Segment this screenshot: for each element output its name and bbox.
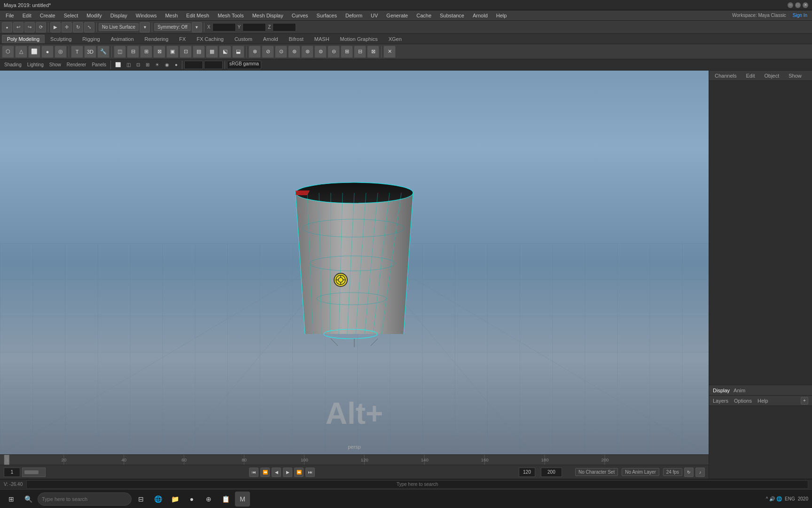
live-surface-chevron[interactable]: ▾: [140, 22, 150, 32]
shelf-poly10[interactable]: ⬓: [232, 46, 244, 58]
live-surface-dropdown[interactable]: No Live Surface: [99, 23, 139, 31]
vp-icon-7[interactable]: ●: [172, 62, 180, 68]
shelf-cube[interactable]: ⬡: [2, 46, 14, 58]
shelf-poly4[interactable]: ⊠: [153, 46, 165, 58]
go-to-end-button[interactable]: ⏭: [305, 468, 315, 477]
tab-sculpting[interactable]: Sculpting: [45, 35, 77, 43]
layer-add-button[interactable]: +: [801, 397, 808, 405]
tool-btn-3[interactable]: ↪: [24, 22, 35, 32]
menu-cache[interactable]: Cache: [413, 12, 435, 19]
frame-range-slider[interactable]: [22, 468, 46, 477]
tab-motion-graphics[interactable]: Motion Graphics: [335, 35, 383, 43]
tab-mash[interactable]: MASH: [309, 35, 335, 43]
audio-button[interactable]: ♪: [695, 468, 705, 477]
shelf-edit1[interactable]: ⊗: [249, 46, 261, 58]
vp-show[interactable]: Show: [47, 62, 63, 68]
symmetry-dropdown[interactable]: Symmetry: Off: [154, 23, 191, 31]
y-input[interactable]: [242, 23, 266, 32]
menu-modify[interactable]: Modify: [83, 12, 105, 19]
layers-item[interactable]: Layers: [713, 398, 728, 404]
shelf-text[interactable]: T: [71, 46, 83, 58]
vp-shading[interactable]: Shading: [2, 62, 24, 68]
tab-fx-caching[interactable]: FX Caching: [191, 35, 228, 43]
tab-xgen[interactable]: XGen: [383, 35, 407, 43]
shelf-poly5[interactable]: ▣: [166, 46, 179, 58]
shelf-tool1[interactable]: 🔧: [97, 46, 109, 58]
vp-icon-4[interactable]: ⊞: [143, 62, 152, 68]
vp-value2[interactable]: [204, 61, 223, 69]
tool-btn-2[interactable]: ↩: [13, 22, 23, 32]
shelf-poly2[interactable]: ⊟: [127, 46, 139, 58]
menu-file[interactable]: File: [2, 12, 18, 19]
menu-arnold[interactable]: Arnold: [469, 12, 492, 19]
tab-rendering[interactable]: Rendering: [140, 35, 174, 43]
tab-fx[interactable]: FX: [174, 35, 191, 43]
vp-icon-3[interactable]: ⊡: [134, 62, 142, 68]
shelf-edit10[interactable]: ⊠: [367, 46, 379, 58]
colorspace-dropdown[interactable]: sRGB gamma: [227, 61, 261, 69]
object-tab[interactable]: Object: [762, 72, 781, 79]
media-button[interactable]: ⊕: [201, 492, 216, 507]
tool-rotate[interactable]: ↻: [73, 22, 83, 32]
shelf-3d[interactable]: 3D: [84, 46, 96, 58]
viewport-main[interactable]: Alt+ persp: [0, 71, 709, 454]
shelf-edit3[interactable]: ⊙: [275, 46, 287, 58]
tool-btn-4[interactable]: ⟳: [36, 22, 46, 32]
vp-icon-6[interactable]: ◉: [163, 62, 172, 68]
shelf-edit7[interactable]: ⊝: [328, 46, 340, 58]
timeline[interactable]: 1 20 40 60 80 100 120 140: [0, 454, 709, 465]
options-item[interactable]: Options: [734, 398, 752, 404]
shelf-cylinder[interactable]: ⬜: [28, 46, 40, 58]
shelf-poly3[interactable]: ⊞: [140, 46, 152, 58]
show-tab[interactable]: Show: [787, 72, 804, 79]
tool-btn-1[interactable]: ⬥: [2, 22, 12, 32]
vp-icon-2[interactable]: ◫: [124, 62, 133, 68]
shelf-poly9[interactable]: ⬕: [219, 46, 231, 58]
loop-button[interactable]: ↻: [684, 468, 694, 477]
vp-lighting[interactable]: Lighting: [25, 62, 46, 68]
notepad-button[interactable]: 📋: [218, 492, 233, 507]
z-input[interactable]: [273, 23, 296, 32]
shelf-cone[interactable]: △: [15, 46, 27, 58]
menu-mesh[interactable]: Mesh: [161, 12, 181, 19]
symmetry-chevron[interactable]: ▾: [192, 22, 202, 32]
tab-animation[interactable]: Animation: [106, 35, 139, 43]
menu-help[interactable]: Help: [492, 12, 511, 19]
end-frame-input[interactable]: [519, 468, 535, 477]
start-button[interactable]: ⊞: [4, 492, 19, 507]
tab-arnold[interactable]: Arnold: [258, 35, 283, 43]
play-back-button[interactable]: ◀: [272, 468, 281, 477]
tool-scale[interactable]: ⤡: [84, 22, 94, 32]
go-to-start-button[interactable]: ⏮: [249, 468, 258, 477]
no-character-set-dropdown[interactable]: No Character Set: [575, 468, 618, 476]
help-item[interactable]: Help: [757, 398, 768, 404]
vp-panels[interactable]: Panels: [89, 62, 109, 68]
shelf-poly7[interactable]: ▤: [193, 46, 205, 58]
shelf-x[interactable]: ✕: [383, 46, 396, 58]
shelf-sphere[interactable]: ●: [41, 46, 54, 58]
shelf-edit2[interactable]: ⊘: [262, 46, 274, 58]
display-tab[interactable]: Display: [713, 388, 730, 393]
shelf-edit4[interactable]: ⊚: [288, 46, 300, 58]
tab-custom[interactable]: Custom: [229, 35, 258, 43]
edge-button[interactable]: 🌐: [150, 492, 165, 507]
maya-button[interactable]: M: [235, 492, 250, 507]
taskbar-search-input[interactable]: [38, 492, 132, 506]
no-anim-layer-dropdown[interactable]: No Anim Layer: [622, 468, 659, 476]
tool-move[interactable]: ✛: [62, 22, 72, 32]
menu-curves[interactable]: Curves: [288, 12, 312, 19]
menu-uv[interactable]: UV: [367, 12, 382, 19]
task-view-button[interactable]: ⊟: [133, 492, 148, 507]
minimize-button[interactable]: ─: [788, 2, 793, 8]
menu-deform[interactable]: Deform: [342, 12, 366, 19]
vp-renderer[interactable]: Renderer: [64, 62, 89, 68]
vp-value1[interactable]: [184, 61, 203, 69]
menu-edit-mesh[interactable]: Edit Mesh: [182, 12, 213, 19]
anim-tab[interactable]: Anim: [734, 388, 745, 393]
shelf-edit6[interactable]: ⊜: [314, 46, 327, 58]
step-back-button[interactable]: ⏪: [260, 468, 270, 477]
menu-mesh-display[interactable]: Mesh Display: [249, 12, 287, 19]
x-input[interactable]: [212, 23, 236, 32]
menu-generate[interactable]: Generate: [383, 12, 412, 19]
vp-icon-1[interactable]: ⬜: [113, 62, 123, 68]
